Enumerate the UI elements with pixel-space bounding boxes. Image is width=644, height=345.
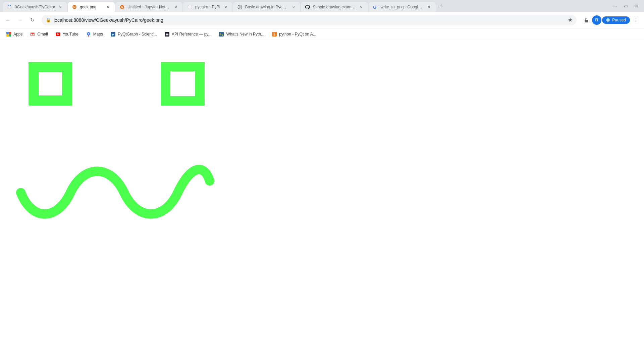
new-tab-button[interactable]: + — [436, 1, 446, 11]
title-bar: 0Geek/ayush/PyCairo/ ✕ N geek.png ✕ N Un… — [0, 0, 644, 12]
tab-6-favicon — [305, 4, 310, 10]
reload-button[interactable]: ↻ — [27, 15, 38, 25]
bookmark-pyqt-answers-label: python - PyQt on A... — [279, 32, 316, 37]
bookmark-apps[interactable]: Apps — [3, 30, 26, 39]
bookmark-gmail-label: Gmail — [37, 32, 48, 37]
api-ref-icon: 📖 — [164, 31, 170, 37]
svg-point-15 — [88, 33, 89, 34]
minimize-button[interactable]: ─ — [610, 1, 620, 11]
pyqtgraph-icon: P — [110, 31, 116, 37]
tab-6[interactable]: Simple drawing examp... ✕ — [301, 2, 368, 12]
bookmark-gmail[interactable]: Gmail — [26, 30, 51, 39]
browser-window: 0Geek/ayush/PyCairo/ ✕ N geek.png ✕ N Un… — [0, 0, 644, 345]
tab-1-close[interactable]: ✕ — [58, 4, 63, 10]
bookmark-pyqt-answers[interactable]: S python - PyQt on A... — [268, 30, 320, 39]
tab-3-favicon: N — [119, 4, 125, 10]
tab-2-title: geek.png — [80, 5, 103, 9]
bookmark-maps[interactable]: Maps — [83, 30, 106, 39]
pyqt-answers-icon: S — [272, 31, 277, 37]
bookmark-maps-label: Maps — [93, 32, 103, 37]
bookmark-whats-new-label: What's New in Pyth... — [226, 32, 264, 37]
tab-5-favicon — [237, 4, 243, 10]
svg-text:Py: Py — [220, 33, 223, 36]
svg-text:P: P — [112, 33, 114, 36]
youtube-icon — [55, 31, 61, 37]
shape-wave — [21, 169, 210, 214]
tab-5-close[interactable]: ✕ — [291, 4, 296, 10]
tab-5[interactable]: Basic drawing in Pycai... ✕ — [233, 2, 300, 12]
extensions-button[interactable] — [581, 15, 591, 25]
tab-4-close[interactable]: ✕ — [223, 4, 228, 10]
bookmark-api-ref-label: API Reference — py... — [172, 32, 212, 37]
tab-2-close[interactable]: ✕ — [105, 4, 111, 10]
svg-text:N: N — [121, 6, 123, 9]
paused-button[interactable]: Paused — [602, 16, 630, 24]
forward-button[interactable]: → — [15, 15, 25, 25]
menu-button[interactable]: ⋮ — [631, 15, 641, 25]
bookmark-api-ref[interactable]: 📖 API Reference — py... — [161, 30, 215, 39]
nav-actions: R Paused ⋮ — [581, 15, 641, 25]
bookmark-youtube[interactable]: YouTube — [52, 30, 82, 39]
nav-bar: ← → ↻ 🔒 localhost:8888/view/OGeek/ayush/… — [0, 12, 644, 28]
lock-icon: 🔒 — [46, 17, 51, 22]
tab-6-title: Simple drawing examp... — [313, 5, 356, 9]
tab-1-title: 0Geek/ayush/PyCairo/ — [15, 5, 55, 9]
star-icon[interactable]: ★ — [568, 17, 573, 23]
svg-text:S: S — [273, 33, 275, 36]
maps-icon — [86, 31, 91, 37]
apps-icon — [6, 31, 11, 37]
svg-rect-9 — [607, 19, 608, 21]
tab-2-favicon: N — [72, 4, 77, 10]
maximize-button[interactable]: ▭ — [621, 1, 631, 11]
tab-2[interactable]: N geek.png ✕ — [68, 2, 115, 12]
svg-text:N: N — [73, 6, 76, 9]
svg-rect-10 — [608, 19, 609, 21]
tab-4-title: pycairo - PyPI — [195, 5, 220, 9]
profile-button[interactable]: R — [592, 15, 601, 25]
bookmark-apps-label: Apps — [13, 32, 22, 37]
bookmark-pyqtgraph[interactable]: P PyQtGraph - Scienti... — [107, 30, 160, 39]
page-content — [0, 40, 644, 345]
tab-4[interactable]: pycairo - PyPI ✕ — [183, 2, 232, 12]
back-button[interactable]: ← — [3, 15, 13, 25]
close-button[interactable]: ✕ — [632, 1, 641, 11]
svg-text:📖: 📖 — [165, 33, 169, 36]
window-controls: ─ ▭ ✕ — [610, 1, 641, 12]
gmail-icon — [30, 31, 35, 37]
bookmark-youtube-label: YouTube — [63, 32, 78, 37]
tab-7-close[interactable]: ✕ — [426, 4, 432, 10]
svg-point-8 — [606, 18, 610, 22]
canvas-image — [0, 40, 644, 345]
bookmarks-bar: Apps Gmail YouTube Maps P PyQtGraph - Sc… — [0, 28, 644, 40]
tab-3-title: Untitled - Jupyter Note... — [127, 5, 170, 9]
tab-1[interactable]: 0Geek/ayush/PyCairo/ ✕ — [3, 2, 67, 12]
whats-new-icon: Py — [219, 31, 224, 37]
tab-6-close[interactable]: ✕ — [359, 4, 364, 10]
tab-7-title: write_to_png - Google... — [381, 5, 424, 9]
bookmark-pyqtgraph-label: PyQtGraph - Scienti... — [118, 32, 157, 37]
tab-3[interactable]: N Untitled - Jupyter Note... ✕ — [115, 2, 182, 12]
tab-1-favicon — [7, 4, 12, 10]
tab-4-favicon — [187, 4, 193, 10]
shape-square1-inner — [39, 72, 62, 95]
shape-square2-inner — [170, 71, 195, 96]
address-bar[interactable]: 🔒 localhost:8888/view/OGeek/ayush/PyCair… — [42, 15, 577, 25]
paused-label: Paused — [612, 18, 626, 22]
svg-text:G: G — [373, 5, 376, 9]
tab-7[interactable]: G write_to_png - Google... ✕ — [369, 2, 436, 12]
tab-3-close[interactable]: ✕ — [173, 4, 178, 10]
tab-5-title: Basic drawing in Pycai... — [245, 5, 288, 9]
tab-7-favicon: G — [373, 4, 378, 10]
url-text: localhost:8888/view/OGeek/ayush/PyCairo/… — [54, 17, 565, 23]
bookmark-whats-new[interactable]: Py What's New in Pyth... — [215, 30, 268, 39]
svg-point-4 — [188, 5, 192, 9]
